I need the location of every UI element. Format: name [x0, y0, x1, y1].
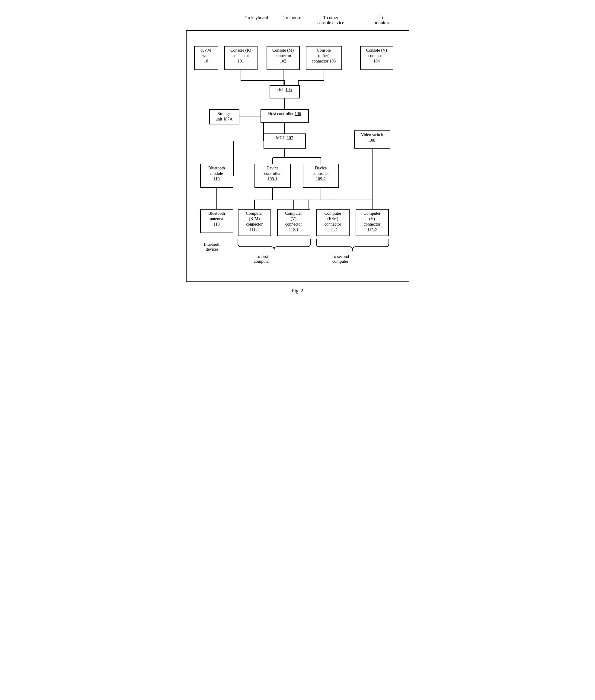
connection-lines [191, 37, 404, 272]
label-second-computer: To secondcomputer [321, 254, 360, 264]
brace-second-computer [313, 237, 392, 253]
page: To keyboard To mouse To otherconsole dev… [180, 6, 415, 306]
figure-label: Fig. 2 [186, 288, 409, 293]
label-mouse: To mouse [282, 15, 303, 20]
box-kvm: KVMswitch10 [194, 46, 218, 70]
box-console-101: Console (K)connector101 [224, 46, 257, 70]
label-monitor: Tomonitor [370, 15, 394, 25]
label-first-computer: To firstcomputer [243, 254, 282, 264]
box-computer-v-connector-1: Computer(V)connector112-1 [277, 209, 310, 236]
box-console-102: Console (M)connector102 [266, 46, 300, 70]
label-keyboard: To keyboard [245, 15, 269, 20]
box-mcu: MCU 107 [263, 134, 306, 148]
box-computer-km-connector-1: Computer(K/M)connector111-1 [238, 209, 271, 236]
box-bluetooth-antenna: Bluetoothantenna113 [200, 209, 233, 233]
box-device-controller-2: Devicecontroller109-2 [303, 164, 339, 188]
label-other-console: To otherconsole device [316, 15, 346, 25]
label-bluetooth-devices: Bluetoothdevices [194, 242, 230, 252]
box-device-controller-1: Devicecontroller109-1 [254, 164, 291, 188]
diagram-canvas: KVMswitch10 Console (K)connector101 Cons… [191, 37, 404, 272]
brace-first-computer [235, 237, 313, 253]
box-host-controller: Host controller 106 [260, 109, 309, 122]
diagram-container: KVMswitch10 Console (K)connector101 Cons… [186, 30, 409, 282]
box-computer-v-connector-2: Computer(V)connector112-2 [356, 209, 389, 236]
box-console-104: Console (V)connector104 [360, 46, 393, 70]
box-storage: Storageunit 107A [209, 109, 239, 124]
box-console-103: Console(other)connector 103 [306, 46, 342, 70]
box-computer-km-connector-2: Computer(K/M)connector111-2 [316, 209, 349, 236]
box-hub: Hub 105 [270, 85, 300, 99]
box-bluetooth-module: Bluetoothmodule110 [200, 164, 233, 188]
box-video-switch: Video switch108 [354, 131, 390, 148]
